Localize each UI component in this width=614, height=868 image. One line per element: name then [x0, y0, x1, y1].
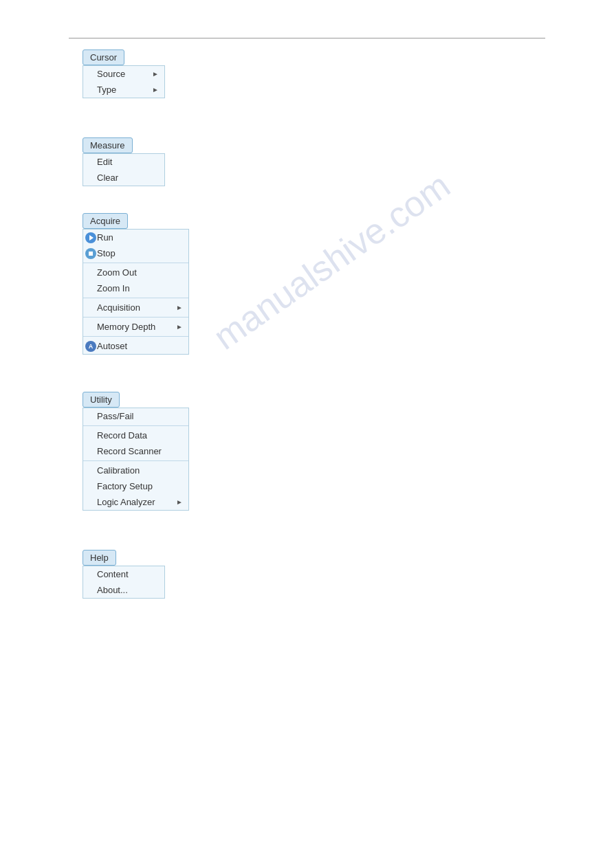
autoset-icon-shape: [85, 341, 96, 352]
cursor-source-label: Source: [97, 69, 125, 79]
utility-recordscanner-label: Record Scanner: [97, 446, 162, 456]
acquire-autoset-item[interactable]: Autoset: [83, 338, 188, 354]
acquire-divider-3: [83, 317, 188, 318]
run-icon: [85, 232, 96, 243]
acquire-stop-label: Stop: [97, 248, 116, 258]
utility-recorddata-label: Record Data: [97, 430, 147, 441]
utility-factorysetup-label: Factory Setup: [97, 481, 153, 491]
acquire-divider-2: [83, 298, 188, 298]
measure-edit-item[interactable]: Edit: [83, 154, 164, 170]
utility-recorddata-item[interactable]: Record Data: [83, 427, 188, 443]
help-button[interactable]: Help: [83, 550, 116, 566]
utility-divider-1: [83, 425, 188, 426]
utility-divider-2: [83, 460, 188, 461]
help-content-label: Content: [97, 569, 129, 579]
utility-logicanalyzer-arrow: ►: [176, 498, 183, 506]
cursor-section: Cursor Source ► Type ►: [83, 49, 165, 98]
help-about-item[interactable]: About...: [83, 582, 164, 598]
watermark: manualshive.com: [206, 164, 457, 357]
utility-logicanalyzer-label: Logic Analyzer: [97, 497, 155, 507]
acquire-memorydepth-item[interactable]: Memory Depth ►: [83, 319, 188, 335]
help-about-label: About...: [97, 585, 128, 595]
cursor-type-item[interactable]: Type ►: [83, 82, 164, 98]
utility-logicanalyzer-item[interactable]: Logic Analyzer ►: [83, 494, 188, 510]
measure-clear-item[interactable]: Clear: [83, 170, 164, 186]
run-icon-shape: [85, 232, 96, 243]
acquire-zoomin-item[interactable]: Zoom In: [83, 280, 188, 296]
stop-icon: [85, 248, 96, 259]
utility-passfail-item[interactable]: Pass/Fail: [83, 408, 188, 424]
cursor-type-arrow: ►: [152, 86, 159, 93]
help-section: Help Content About...: [83, 550, 165, 599]
page-container: manualshive.com Cursor Source ► Type ► M…: [0, 0, 614, 868]
utility-calibration-item[interactable]: Calibration: [83, 463, 188, 478]
measure-section: Measure Edit Clear: [83, 137, 165, 186]
acquire-memorydepth-arrow: ►: [176, 323, 183, 331]
measure-clear-label: Clear: [97, 173, 118, 183]
acquire-acquisition-label: Acquisition: [97, 302, 140, 313]
utility-passfail-label: Pass/Fail: [97, 411, 133, 421]
stop-icon-shape: [85, 248, 96, 259]
cursor-source-item[interactable]: Source ►: [83, 66, 164, 82]
acquire-acquisition-item[interactable]: Acquisition ►: [83, 300, 188, 315]
acquire-zoomin-label: Zoom In: [97, 283, 130, 293]
measure-button[interactable]: Measure: [83, 137, 133, 153]
cursor-button[interactable]: Cursor: [83, 49, 124, 65]
help-dropdown: Content About...: [83, 566, 165, 599]
acquire-divider-1: [83, 263, 188, 263]
measure-edit-label: Edit: [97, 157, 112, 167]
top-rule: [69, 38, 545, 38]
cursor-source-arrow: ►: [152, 70, 159, 78]
utility-recordscanner-item[interactable]: Record Scanner: [83, 443, 188, 459]
cursor-type-label: Type: [97, 85, 116, 95]
acquire-run-item[interactable]: Run: [83, 230, 188, 245]
acquire-autoset-label: Autoset: [97, 341, 127, 351]
acquire-memorydepth-label: Memory Depth: [97, 322, 155, 332]
acquire-zoomout-item[interactable]: Zoom Out: [83, 265, 188, 280]
autoset-icon: [85, 341, 96, 352]
measure-dropdown: Edit Clear: [83, 153, 165, 186]
help-content-item[interactable]: Content: [83, 566, 164, 582]
acquire-divider-4: [83, 336, 188, 337]
acquire-section: Acquire Run Stop Zoom Out: [83, 213, 189, 355]
utility-calibration-label: Calibration: [97, 465, 140, 476]
utility-factorysetup-item[interactable]: Factory Setup: [83, 478, 188, 494]
utility-section: Utility Pass/Fail Record Data Record Sca…: [83, 392, 189, 511]
acquire-dropdown: Run Stop Zoom Out Zoom In Acquisition: [83, 229, 189, 355]
acquire-button[interactable]: Acquire: [83, 213, 128, 229]
acquire-stop-item[interactable]: Stop: [83, 245, 188, 261]
acquire-run-label: Run: [97, 232, 113, 243]
acquire-zoomout-label: Zoom Out: [97, 267, 137, 278]
utility-button[interactable]: Utility: [83, 392, 120, 408]
utility-dropdown: Pass/Fail Record Data Record Scanner Cal…: [83, 408, 189, 511]
cursor-dropdown: Source ► Type ►: [83, 65, 165, 98]
acquire-acquisition-arrow: ►: [176, 304, 183, 311]
